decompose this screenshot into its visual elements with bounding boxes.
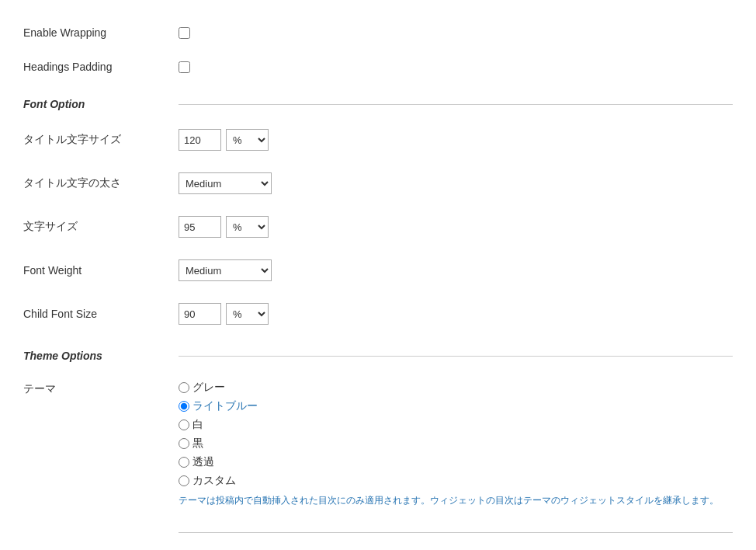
theme-radio-black[interactable]	[179, 438, 189, 449]
title-font-size-label: タイトル文字サイズ	[23, 133, 179, 147]
enable-wrapping-control	[179, 27, 190, 39]
bottom-divider-section	[23, 518, 733, 541]
font-option-divider	[179, 104, 733, 105]
font-size-unit[interactable]: % px em	[226, 216, 269, 238]
child-font-size-input[interactable]	[179, 303, 221, 325]
font-weight-row: Font Weight Thin Light Normal Medium Bol…	[23, 249, 733, 292]
headings-padding-row: Headings Padding	[23, 50, 733, 84]
theme-option-custom-label: カスタム	[192, 474, 236, 488]
enable-wrapping-checkbox[interactable]	[179, 27, 190, 39]
child-font-size-unit[interactable]: % px em	[226, 303, 269, 325]
theme-radio-transparent[interactable]	[179, 457, 189, 468]
font-size-input[interactable]	[179, 216, 221, 238]
title-font-weight-label: タイトル文字の太さ	[23, 176, 179, 190]
theme-option-black[interactable]: 黒	[179, 437, 719, 451]
title-font-size-row: タイトル文字サイズ % px em	[23, 118, 733, 162]
bottom-divider-line	[179, 532, 733, 533]
font-weight-select[interactable]: Thin Light Normal Medium Bold Bolder	[179, 259, 272, 281]
font-option-section: Font Option	[23, 84, 733, 118]
headings-padding-checkbox[interactable]	[179, 61, 190, 73]
theme-option-lightblue[interactable]: ライトブルー	[179, 399, 719, 413]
theme-option-custom[interactable]: カスタム	[179, 474, 719, 488]
theme-option-transparent[interactable]: 透過	[179, 455, 719, 469]
theme-hint: テーマは投稿内で自動挿入された目次にのみ適用されます。ウィジェットの目次はテーマ…	[179, 494, 719, 507]
child-font-size-label: Child Font Size	[23, 308, 179, 320]
title-font-size-control: % px em	[179, 129, 269, 151]
theme-radio-group: グレー ライトブルー 白 黒 透過 カスタム	[179, 381, 719, 488]
enable-wrapping-label: Enable Wrapping	[23, 26, 179, 39]
font-size-row: 文字サイズ % px em	[23, 205, 733, 249]
child-font-size-control: % px em	[179, 303, 269, 325]
font-option-title: Font Option	[23, 98, 179, 110]
title-font-size-input[interactable]	[179, 129, 221, 151]
theme-label: テーマ	[23, 381, 179, 396]
theme-option-grey-label: グレー	[192, 381, 225, 395]
font-size-label: 文字サイズ	[23, 220, 179, 234]
theme-radio-white[interactable]	[179, 419, 189, 430]
theme-control: グレー ライトブルー 白 黒 透過 カスタム テーマは投稿	[179, 381, 719, 507]
title-font-size-unit[interactable]: % px em	[226, 129, 269, 151]
theme-option-lightblue-label: ライトブルー	[192, 399, 258, 413]
theme-option-transparent-label: 透過	[192, 455, 214, 469]
title-font-weight-row: タイトル文字の太さ Thin Light Normal Medium Bold …	[23, 162, 733, 205]
theme-option-white[interactable]: 白	[179, 418, 719, 432]
theme-radio-lightblue[interactable]	[179, 401, 189, 412]
theme-row: テーマ グレー ライトブルー 白 黒 透過	[23, 370, 733, 518]
theme-options-title: Theme Options	[23, 350, 179, 362]
title-font-weight-control: Thin Light Normal Medium Bold Bolder	[179, 172, 272, 194]
font-size-control: % px em	[179, 216, 269, 238]
title-font-weight-select[interactable]: Thin Light Normal Medium Bold Bolder	[179, 172, 272, 194]
child-font-size-row: Child Font Size % px em	[23, 292, 733, 336]
headings-padding-control	[179, 61, 190, 73]
theme-option-grey[interactable]: グレー	[179, 381, 719, 395]
theme-radio-custom[interactable]	[179, 475, 189, 486]
font-weight-control: Thin Light Normal Medium Bold Bolder	[179, 259, 272, 281]
theme-radio-grey[interactable]	[179, 382, 189, 393]
theme-option-black-label: 黒	[192, 437, 203, 451]
theme-options-section: Theme Options	[23, 336, 733, 370]
font-weight-label: Font Weight	[23, 264, 179, 277]
enable-wrapping-row: Enable Wrapping	[23, 16, 733, 50]
theme-option-white-label: 白	[192, 418, 203, 432]
theme-options-divider	[179, 356, 733, 357]
headings-padding-label: Headings Padding	[23, 61, 179, 73]
